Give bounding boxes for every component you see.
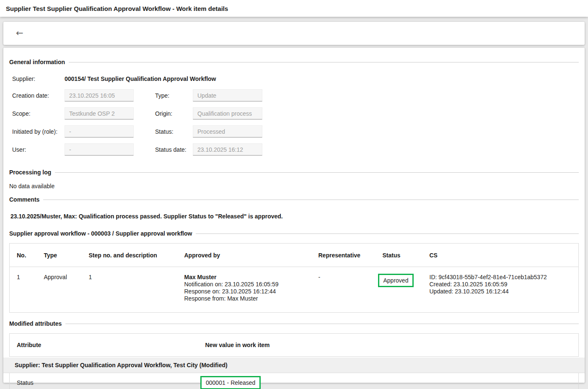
status-released-highlight: 000001 - Released xyxy=(200,376,261,389)
column-header-no: No. xyxy=(10,244,44,267)
back-button[interactable]: ← xyxy=(13,27,27,39)
section-divider xyxy=(65,324,579,324)
section-title: Modified attributes xyxy=(9,320,62,327)
processing-log-empty-message: No data available xyxy=(9,183,579,189)
cell-no: 1 xyxy=(10,267,44,313)
creation-date-label: Creation date: xyxy=(12,92,65,99)
section-title: Supplier approval workflow - 000003 / Su… xyxy=(9,230,192,237)
status-date-field[interactable]: 23.10.2025 16:12 xyxy=(193,143,262,156)
column-header-status: Status xyxy=(383,244,430,267)
origin-field[interactable]: Qualification process xyxy=(193,107,262,119)
approval-workflow-table-header: No. Type Step no. and description Approv… xyxy=(10,244,579,267)
column-header-attribute: Attribute xyxy=(10,334,205,357)
initiated-by-role-label: Initiated by (role): xyxy=(12,128,65,135)
column-header-cs: CS xyxy=(430,244,579,267)
response-from-line: Response from: Max Muster xyxy=(184,295,316,302)
cell-type: Approval xyxy=(44,267,89,313)
scope-label: Scope: xyxy=(12,110,65,117)
response-on-line: Response on: 23.10.2025 16:12:44 xyxy=(184,288,316,295)
section-header-processing-log: Processing log xyxy=(9,169,579,176)
section-divider xyxy=(196,233,579,234)
status-label: Status: xyxy=(155,128,193,135)
page-title: Supplier Test Supplier Qualification App… xyxy=(6,5,228,12)
status-field[interactable]: Processed xyxy=(193,125,262,137)
work-item-details-panel: General information Supplier: 000154/ Te… xyxy=(3,48,585,383)
status-approved-highlight: Approved xyxy=(378,274,414,287)
table-row: Status 000001 - Released xyxy=(9,373,579,389)
section-divider xyxy=(69,62,579,62)
attribute-new-value: 000001 - Released xyxy=(205,376,261,389)
approved-by-name: Max Muster xyxy=(184,274,316,281)
column-header-new-value: New value in work item xyxy=(205,334,579,357)
section-header-comments: Comments xyxy=(9,196,579,203)
section-title: Processing log xyxy=(9,169,51,176)
window-titlebar: Supplier Test Supplier Qualification App… xyxy=(0,0,588,17)
supplier-label: Supplier: xyxy=(12,75,65,82)
creation-date-field[interactable]: 23.10.2025 16:05 xyxy=(65,89,134,101)
toolbar: ← xyxy=(3,22,585,45)
initiated-by-role-field[interactable]: - xyxy=(65,125,134,137)
notification-on-line: Notification on: 23.10.2025 16:05:59 xyxy=(184,281,316,288)
back-arrow-icon: ← xyxy=(16,28,23,38)
column-header-step: Step no. and description xyxy=(89,244,184,267)
form-row: Creation date: 23.10.2025 16:05 Type: Up… xyxy=(12,89,579,101)
form-row: Initiated by (role): - Status: Processed xyxy=(12,125,579,137)
attribute-name: Status xyxy=(10,379,205,386)
supplier-value: 000154/ Test Supplier Qualification Appr… xyxy=(65,75,216,82)
form-row: Scope: Testkunde OSP 2 Origin: Qualifica… xyxy=(12,107,579,119)
section-divider xyxy=(55,172,579,173)
general-information-form: Supplier: 000154/ Test Supplier Qualific… xyxy=(9,75,579,156)
section-title: Comments xyxy=(9,196,39,203)
cs-updated-line: Updated: 23.10.2025 16:12:44 xyxy=(430,288,576,295)
column-header-representative: Representative xyxy=(319,244,383,267)
scope-field[interactable]: Testkunde OSP 2 xyxy=(65,107,134,119)
type-label: Type: xyxy=(155,92,193,99)
column-header-approved-by: Approved by xyxy=(184,244,319,267)
cell-representative: - xyxy=(319,267,383,313)
section-header-supplier-approval-workflow: Supplier approval workflow - 000003 / Su… xyxy=(9,230,579,237)
cell-step: 1 xyxy=(89,267,184,313)
approval-workflow-table: No. Type Step no. and description Approv… xyxy=(9,243,579,313)
form-row: User: - Status date: 23.10.2025 16:12 xyxy=(12,143,579,156)
cell-status: Approved xyxy=(383,267,430,313)
cell-approved-by: Max Muster Notification on: 23.10.2025 1… xyxy=(184,267,319,313)
section-divider xyxy=(43,200,579,200)
origin-label: Origin: xyxy=(155,110,193,117)
user-field[interactable]: - xyxy=(65,143,134,156)
cell-cs: ID: 9cf43018-55b7-4ef2-81e4-71ceb1ab5372… xyxy=(430,267,579,313)
comment-entry: 23.10.2025/Muster, Max: Qualification pr… xyxy=(9,213,579,220)
table-row: 1 Approval 1 Max Muster Notification on:… xyxy=(10,267,579,313)
cs-created-line: Created: 23.10.2025 16:05:59 xyxy=(430,281,576,288)
modified-attributes-table-header: Attribute New value in work item xyxy=(9,333,579,357)
column-header-type: Type xyxy=(44,244,89,267)
type-field[interactable]: Update xyxy=(193,89,262,101)
cs-id-line: ID: 9cf43018-55b7-4ef2-81e4-71ceb1ab5372 xyxy=(430,274,576,281)
section-header-modified-attributes: Modified attributes xyxy=(9,320,579,327)
supplier-row: Supplier: 000154/ Test Supplier Qualific… xyxy=(12,75,579,83)
user-label: User: xyxy=(12,146,65,153)
status-date-label: Status date: xyxy=(155,146,193,153)
modified-attributes-group-header: Supplier: Test Supplier Qualification Ap… xyxy=(3,358,585,373)
section-header-general-information: General information xyxy=(9,59,579,65)
section-title: General information xyxy=(9,59,65,65)
